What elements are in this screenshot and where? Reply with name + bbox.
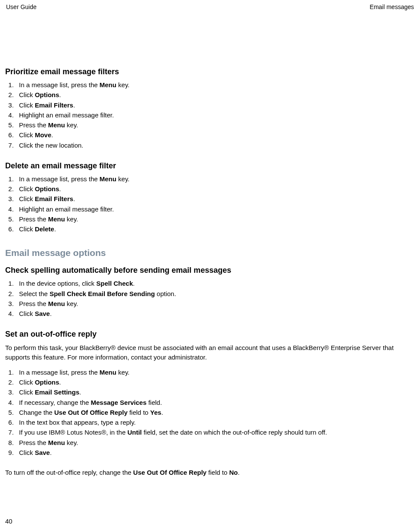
step-text: Click	[19, 310, 35, 317]
step-item: Click Email Filters.	[16, 194, 415, 204]
step-text: To turn off the out-of-office reply, cha…	[5, 469, 133, 476]
step-text: If necessary, change the	[19, 399, 91, 406]
step-text: key.	[65, 439, 78, 446]
term-menu: Menu	[48, 300, 65, 307]
term-options: Options	[35, 185, 60, 192]
step-item: If necessary, change the Message Service…	[16, 398, 415, 407]
ooo-intro: To perform this task, your BlackBerry® d…	[5, 343, 415, 362]
term-email-filters: Email Filters	[35, 101, 73, 109]
term-message-services: Message Services	[91, 399, 147, 406]
step-text: key.	[65, 300, 78, 307]
step-item: Press the Menu key.	[16, 120, 415, 130]
term-use-ooo-reply: Use Out Of Office Reply	[54, 409, 128, 416]
step-item: In the text box that appears, type a rep…	[16, 417, 415, 427]
step-text: Click	[19, 101, 35, 109]
step-item: Highlight an email message filter.	[16, 204, 415, 214]
step-text: .	[133, 280, 135, 287]
step-text: .	[59, 91, 61, 98]
step-text: In the text box that appears, type a rep…	[19, 419, 136, 426]
step-text: key.	[116, 175, 130, 183]
step-item: Press the Menu key.	[16, 214, 415, 224]
page-number: 40	[5, 517, 13, 525]
step-text: key.	[65, 121, 78, 129]
step-text: If you use IBM® Lotus Notes®, in the	[19, 429, 127, 436]
step-text: field to	[207, 469, 229, 476]
step-text: field, set the date on which the out-of-…	[142, 429, 327, 436]
section-title-spellcheck: Check spelling automatically before send…	[5, 266, 415, 275]
step-text: key.	[116, 81, 130, 88]
step-text: Highlight an email message filter.	[19, 205, 114, 213]
step-text: .	[50, 449, 52, 456]
term-menu: Menu	[100, 369, 116, 376]
section-spellcheck: Check spelling automatically before send…	[5, 266, 415, 319]
major-title-email-options: Email message options	[5, 248, 415, 258]
section-delete-filter: Delete an email message filter In a mess…	[5, 161, 415, 234]
steps-ooo: In a message list, press the Menu key. C…	[5, 367, 415, 457]
term-email-filters: Email Filters	[35, 195, 73, 202]
step-item: In a message list, press the Menu key.	[16, 367, 415, 377]
section-title-delete-filter: Delete an email message filter	[5, 161, 415, 170]
step-item: Select the Spell Check Email Before Send…	[16, 289, 415, 299]
term-delete: Delete	[35, 225, 54, 233]
step-text: .	[59, 379, 61, 386]
term-menu: Menu	[48, 215, 65, 223]
step-text: field.	[147, 399, 162, 406]
step-text: Press the	[19, 300, 48, 307]
step-text: Select the	[19, 290, 50, 297]
step-text: Click	[19, 91, 35, 98]
term-menu: Menu	[100, 175, 116, 183]
step-item: In the device options, click Spell Check…	[16, 278, 415, 288]
step-text: field to	[128, 409, 150, 416]
term-options: Options	[35, 91, 60, 98]
term-menu: Menu	[48, 439, 65, 446]
step-item: Click Email Settings.	[16, 387, 415, 397]
step-text: .	[161, 409, 163, 416]
step-text: .	[59, 185, 61, 192]
step-text: .	[238, 469, 239, 476]
steps-delete-filter: In a message list, press the Menu key. C…	[5, 174, 415, 234]
term-menu: Menu	[48, 121, 65, 129]
step-item: In a message list, press the Menu key.	[16, 174, 415, 184]
term-spell-check: Spell Check	[96, 280, 133, 287]
term-move: Move	[35, 131, 51, 139]
step-text: .	[54, 225, 56, 233]
step-item: Click Options.	[16, 90, 415, 100]
step-item: Click Move.	[16, 130, 415, 140]
step-text: In a message list, press the	[19, 369, 100, 376]
step-item: Click Options.	[16, 184, 415, 194]
step-text: Click	[19, 225, 35, 233]
step-item: Click Options.	[16, 377, 415, 387]
step-item: Click Save.	[16, 309, 415, 319]
step-item: Click the new location.	[16, 140, 415, 150]
step-item: If you use IBM® Lotus Notes®, in the Unt…	[16, 427, 415, 437]
term-save: Save	[35, 310, 50, 317]
step-text: Click	[19, 379, 35, 386]
header-left: User Guide	[6, 3, 37, 10]
term-options: Options	[35, 379, 60, 386]
step-item: Click Delete.	[16, 224, 415, 234]
page-content: Prioritize email message filters In a me…	[5, 10, 415, 477]
steps-spellcheck: In the device options, click Spell Check…	[5, 278, 415, 319]
step-text: key.	[65, 215, 78, 223]
section-title-ooo: Set an out-of-office reply	[5, 330, 415, 339]
step-text: Highlight an email message filter.	[19, 111, 114, 119]
header-right: Email messages	[370, 3, 414, 10]
page: User Guide Email messages Prioritize ema…	[0, 0, 420, 530]
step-text: .	[51, 131, 53, 139]
term-no: No	[229, 469, 238, 476]
step-text: In a message list, press the	[19, 81, 100, 88]
term-until: Until	[127, 429, 141, 436]
step-text: Click	[19, 449, 35, 456]
step-text: key.	[116, 369, 130, 376]
step-item: Click Email Filters.	[16, 100, 415, 110]
step-item: Change the Use Out Of Office Reply field…	[16, 407, 415, 417]
term-spell-check-before-sending: Spell Check Email Before Sending	[50, 290, 155, 297]
step-text: Click	[19, 388, 35, 396]
step-text: Press the	[19, 121, 48, 129]
term-email-settings: Email Settings	[35, 388, 79, 396]
step-item: Click Save.	[16, 448, 415, 457]
step-text: .	[73, 101, 75, 109]
page-header: User Guide Email messages	[5, 3, 415, 10]
step-item: In a message list, press the Menu key.	[16, 80, 415, 90]
step-text: option.	[155, 290, 176, 297]
